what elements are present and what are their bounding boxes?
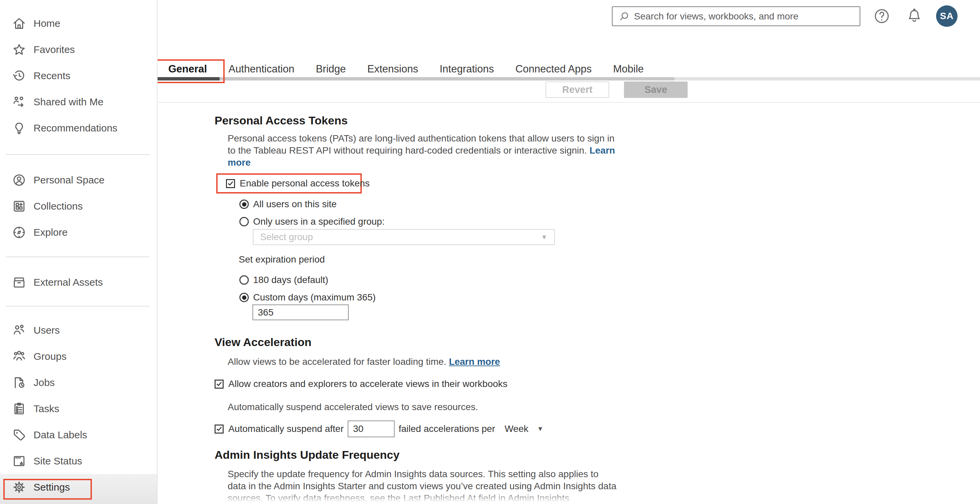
tab-extensions[interactable]: Extensions — [368, 63, 418, 75]
checkmark-icon — [216, 380, 223, 388]
avatar[interactable]: SA — [936, 5, 958, 27]
pat-specified-group-row: Only users in a specified group: — [239, 216, 684, 228]
sidebar-item-label: Users — [33, 324, 60, 336]
view-acceleration-learn-more-link[interactable]: Learn more — [449, 356, 500, 367]
sidebar-item-label: Tasks — [33, 403, 59, 415]
users-icon — [11, 323, 27, 338]
annotation-box-enable-pat: Enable personal access tokens — [216, 173, 362, 194]
auto-suspend-checkbox[interactable] — [215, 425, 224, 434]
browser-window-icon — [11, 453, 27, 469]
notifications-button[interactable] — [905, 7, 923, 25]
period-value: Week — [504, 423, 528, 434]
auto-suspend-after-label: failed accelerations per — [399, 423, 495, 434]
page: Home Favorites Recents Shared with Me Re… — [0, 0, 980, 504]
sidebar-item-tasks[interactable]: Tasks — [0, 396, 157, 422]
document-clock-icon — [11, 375, 27, 390]
specified-group-label: Only users in a specified group: — [253, 216, 385, 227]
sidebar-divider — [6, 256, 150, 257]
period-select[interactable]: Week ▼ — [504, 423, 544, 434]
settings-tabs: General Authentication Bridge Extensions… — [168, 63, 644, 75]
view-acceleration-description: Allow views to be accelerated for faster… — [228, 356, 617, 368]
select-group-placeholder: Select group — [260, 232, 313, 242]
compass-icon — [11, 225, 27, 240]
expiration-custom-radio[interactable] — [239, 293, 249, 302]
sidebar-item-home[interactable]: Home — [0, 10, 157, 37]
section-title-admin-insights: Admin Insights Update Frequency — [215, 448, 684, 461]
checkmark-icon — [216, 425, 223, 432]
caret-down-icon: ▼ — [537, 425, 544, 432]
expiration-180-radio[interactable] — [239, 275, 249, 285]
sidebar-item-recommendations[interactable]: Recommendations — [0, 115, 157, 141]
sidebar-item-favorites[interactable]: Favorites — [0, 37, 157, 63]
sidebar-item-collections[interactable]: Collections — [0, 193, 157, 219]
sidebar-item-shared-with-me[interactable]: Shared with Me — [0, 89, 157, 115]
tabs-scrollbar-track — [675, 77, 980, 81]
enable-pat-checkbox[interactable] — [226, 179, 235, 188]
select-group-dropdown[interactable]: Select group ▼ — [253, 229, 555, 245]
expiration-custom-label: Custom days (maximum 365) — [253, 292, 376, 303]
save-button[interactable]: Save — [624, 81, 688, 98]
view-acceleration-description-text: Allow views to be accelerated for faster… — [228, 356, 446, 367]
sidebar-item-settings[interactable]: Settings — [0, 474, 157, 500]
caret-down-icon: ▼ — [541, 234, 547, 241]
settings-content: Personal Access Tokens Personal access t… — [215, 103, 684, 504]
lightbulb-icon — [11, 120, 27, 136]
custom-days-input[interactable] — [253, 304, 349, 320]
clipboard-list-icon — [11, 401, 27, 417]
active-tab-underline — [158, 77, 220, 81]
all-users-radio[interactable] — [239, 200, 249, 209]
tab-mobile[interactable]: Mobile — [613, 63, 644, 75]
sidebar-item-users[interactable]: Users — [0, 317, 157, 343]
sidebar-item-label: Recommendations — [33, 122, 117, 134]
auto-suspend-row: Automatically suspend after failed accel… — [215, 420, 684, 437]
search-input[interactable] — [634, 11, 849, 22]
all-users-label: All users on this site — [253, 199, 337, 210]
tab-connected-apps[interactable]: Connected Apps — [515, 63, 592, 75]
sidebar-item-groups[interactable]: Groups — [0, 343, 157, 369]
pat-description-text: Personal access tokens (PATs) are long-l… — [228, 133, 614, 156]
allow-acceleration-row: Allow creators and explorers to accelera… — [215, 378, 684, 390]
sidebar-item-recents[interactable]: Recents — [0, 63, 157, 89]
sidebar-divider — [6, 154, 150, 155]
groups-icon — [11, 349, 27, 364]
tab-integrations[interactable]: Integrations — [439, 63, 494, 75]
allow-acceleration-label: Allow creators and explorers to accelera… — [228, 378, 508, 390]
expiration-180-label: 180 days (default) — [253, 275, 328, 285]
suspend-intro-text: Automatically suspend accelerated views … — [228, 401, 684, 413]
expiration-custom-row: Custom days (maximum 365) — [239, 291, 684, 304]
sidebar-item-personal-space[interactable]: Personal Space — [0, 167, 157, 193]
bell-icon — [905, 7, 923, 25]
sidebar-item-label: Groups — [33, 351, 66, 362]
allow-acceleration-checkbox[interactable] — [215, 380, 224, 389]
sidebar-item-label: Home — [33, 18, 60, 29]
tabs-scrollbar-thumb[interactable] — [220, 77, 675, 81]
revert-button[interactable]: Revert — [546, 81, 609, 98]
sidebar-item-external-assets[interactable]: External Assets — [0, 269, 157, 296]
sidebar-item-data-labels[interactable]: Data Labels — [0, 422, 157, 448]
failed-accelerations-input[interactable] — [348, 420, 395, 437]
tab-authentication[interactable]: Authentication — [228, 63, 294, 75]
star-icon — [11, 42, 27, 57]
global-search — [612, 6, 860, 26]
tab-general[interactable]: General — [168, 63, 207, 75]
checkmark-icon — [227, 180, 234, 187]
storage-box-icon — [11, 275, 27, 290]
pat-all-users-row: All users on this site — [239, 198, 684, 210]
specified-group-radio[interactable] — [239, 217, 249, 226]
sidebar-item-jobs[interactable]: Jobs — [0, 369, 157, 396]
pat-description: Personal access tokens (PATs) are long-l… — [228, 132, 617, 169]
sidebar-item-label: Collections — [33, 200, 83, 212]
gear-icon — [11, 480, 27, 495]
tab-bridge[interactable]: Bridge — [316, 63, 346, 75]
expiration-180-row: 180 days (default) — [239, 274, 684, 286]
person-circle-icon — [11, 172, 27, 188]
sidebar-item-label: Site Status — [33, 455, 82, 467]
enable-pat-label: Enable personal access tokens — [240, 178, 370, 189]
history-clock-icon — [11, 68, 27, 84]
sidebar-item-site-status[interactable]: Site Status — [0, 448, 157, 474]
shared-people-icon — [11, 94, 27, 110]
sidebar-item-explore[interactable]: Explore — [0, 219, 157, 245]
auto-suspend-before-label: Automatically suspend after — [228, 423, 344, 434]
help-button[interactable] — [873, 7, 891, 25]
section-title-personal-access-tokens: Personal Access Tokens — [215, 114, 684, 127]
